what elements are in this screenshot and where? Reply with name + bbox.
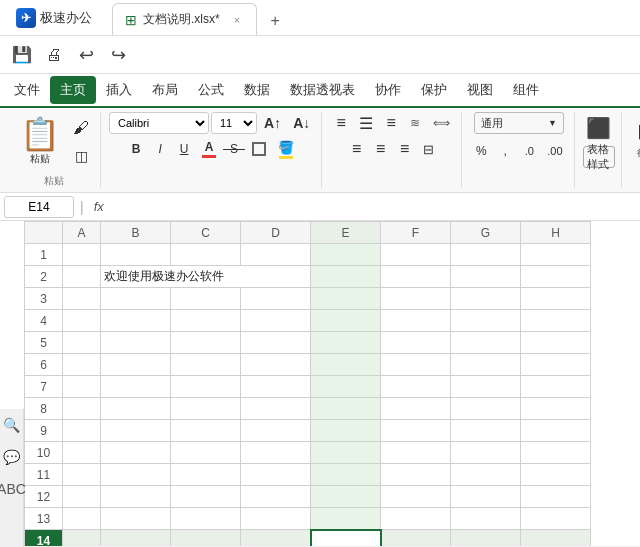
cell-b3[interactable] [101,288,171,310]
cell-g8[interactable] [451,398,521,420]
menu-collab[interactable]: 协作 [365,76,411,104]
cell-a8[interactable] [63,398,101,420]
col-header-b[interactable]: B [101,222,171,244]
clear-format-button[interactable]: ◫ [68,143,94,169]
cell-b4[interactable] [101,310,171,332]
menu-home[interactable]: 主页 [50,76,96,104]
cell-b14[interactable] [101,530,171,547]
cell-g14[interactable] [451,530,521,547]
cell-a13[interactable] [63,508,101,530]
cell-g4[interactable] [451,310,521,332]
align-bottom-button[interactable]: ≡ [394,138,416,160]
increase-decimal-button[interactable]: .00 [542,140,567,162]
cell-e13[interactable] [311,508,381,530]
align-top-button[interactable]: ≡ [346,138,368,160]
cell-g9[interactable] [451,420,521,442]
cell-c9[interactable] [171,420,241,442]
cell-a1[interactable] [63,244,101,266]
cell-c8[interactable] [171,398,241,420]
cell-a2[interactable] [63,266,101,288]
cell-c6[interactable] [171,354,241,376]
cell-f9[interactable] [381,420,451,442]
align-left-button[interactable]: ≡ [330,112,352,134]
cell-c12[interactable] [171,486,241,508]
cell-e7[interactable] [311,376,381,398]
cell-h1[interactable] [521,244,591,266]
print-button[interactable]: 🖨 [40,41,68,69]
col-header-d[interactable]: D [241,222,311,244]
redo-button[interactable]: ↪ [104,41,132,69]
cell-h2[interactable] [521,266,591,288]
menu-layout[interactable]: 布局 [142,76,188,104]
cell-d8[interactable] [241,398,311,420]
cell-e9[interactable] [311,420,381,442]
corner-cell[interactable] [25,222,63,244]
decrease-font-button[interactable]: A↓ [288,112,315,134]
cell-e6[interactable] [311,354,381,376]
cell-d11[interactable] [241,464,311,486]
cell-d3[interactable] [241,288,311,310]
search-sidebar-icon[interactable]: 🔍 [1,413,22,437]
bold-button[interactable]: B [125,138,147,160]
cell-h12[interactable] [521,486,591,508]
cell-a4[interactable] [63,310,101,332]
auto-wrap-button[interactable]: ≋ [404,112,426,134]
cell-g12[interactable] [451,486,521,508]
cell-f11[interactable] [381,464,451,486]
percent-button[interactable]: % [470,140,492,162]
cell-g13[interactable] [451,508,521,530]
cell-a7[interactable] [63,376,101,398]
active-tab[interactable]: ⊞ 文档说明.xlsx* × [112,3,257,35]
cell-d12[interactable] [241,486,311,508]
conditional-format-button[interactable]: ⬛ [583,112,615,144]
underline-button[interactable]: U [173,138,195,160]
cell-b11[interactable] [101,464,171,486]
cell-g5[interactable] [451,332,521,354]
cell-f7[interactable] [381,376,451,398]
cell-a11[interactable] [63,464,101,486]
menu-file[interactable]: 文件 [4,76,50,104]
cell-e12[interactable] [311,486,381,508]
formula-input[interactable] [112,200,636,214]
font-color-button[interactable]: A [197,138,221,160]
tab-close-button[interactable]: × [230,12,244,28]
cell-e14-selected[interactable] [311,530,381,547]
increase-font-button[interactable]: A↑ [259,112,286,134]
cell-d1[interactable] [241,244,311,266]
menu-protect[interactable]: 保护 [411,76,457,104]
menu-formula[interactable]: 公式 [188,76,234,104]
cell-c5[interactable] [171,332,241,354]
cell-g1[interactable] [451,244,521,266]
cell-c1[interactable] [171,244,241,266]
cell-d9[interactable] [241,420,311,442]
cell-b8[interactable] [101,398,171,420]
cell-d4[interactable] [241,310,311,332]
cell-e4[interactable] [311,310,381,332]
cell-h4[interactable] [521,310,591,332]
cell-c11[interactable] [171,464,241,486]
cell-a14[interactable] [63,530,101,547]
cell-g10[interactable] [451,442,521,464]
cell-e10[interactable] [311,442,381,464]
col-header-c[interactable]: C [171,222,241,244]
font-size-select[interactable]: 11 [211,112,257,134]
cell-h11[interactable] [521,464,591,486]
cell-b2[interactable]: 欢迎使用极速办公软件 [101,266,311,288]
align-center-button[interactable]: ☰ [354,112,378,134]
cell-g6[interactable] [451,354,521,376]
cell-g7[interactable] [451,376,521,398]
cell-h8[interactable] [521,398,591,420]
spellcheck-sidebar-icon[interactable]: ABC [0,477,28,501]
col-header-a[interactable]: A [63,222,101,244]
cell-f12[interactable] [381,486,451,508]
cell-e8[interactable] [311,398,381,420]
cell-a6[interactable] [63,354,101,376]
align-right-button[interactable]: ≡ [380,112,402,134]
cell-h14[interactable] [521,530,591,547]
cell-c14[interactable] [171,530,241,547]
new-tab-button[interactable]: + [261,7,289,35]
cell-h6[interactable] [521,354,591,376]
cell-a10[interactable] [63,442,101,464]
comment-sidebar-icon[interactable]: 💬 [1,445,22,469]
cell-f14[interactable] [381,530,451,547]
